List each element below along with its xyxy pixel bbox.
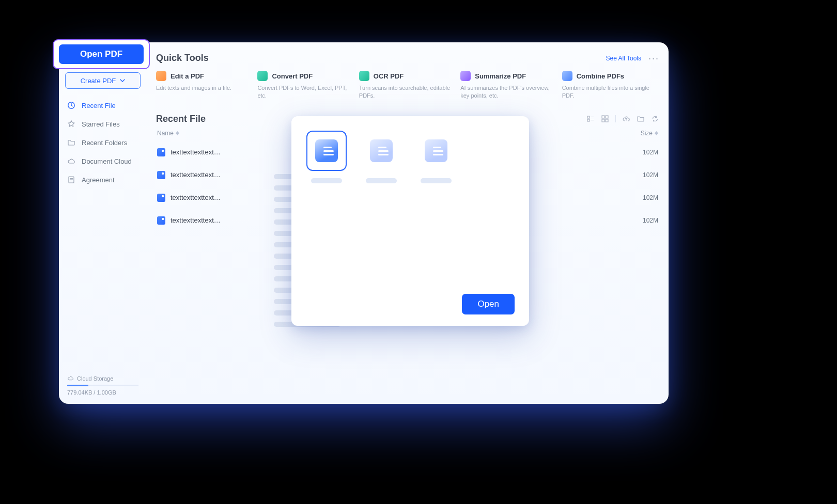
svg-rect-6 — [602, 119, 605, 122]
svg-rect-4 — [602, 116, 605, 118]
cloud-upload-icon[interactable] — [622, 115, 630, 123]
thumbnail-label-placeholder — [311, 178, 342, 183]
tool-convert-pdf[interactable]: Convert PDF Convert PDFs to Word, Excel,… — [257, 71, 354, 100]
dialog-thumbnails — [306, 131, 515, 183]
see-all-tools-link[interactable]: See All Tools — [606, 55, 641, 62]
col-header-name[interactable]: Name — [157, 130, 179, 137]
chevron-down-icon — [120, 79, 125, 82]
quick-tools-title: Quick Tools — [156, 53, 209, 64]
sidebar: Create PDF Recent File Starred Files Rec… — [59, 42, 147, 404]
pdf-file-icon — [157, 171, 165, 179]
agreement-icon — [67, 176, 75, 184]
convert-pdf-icon — [257, 71, 268, 81]
tool-name: Summarize PDF — [475, 72, 526, 80]
sidebar-item-label: Agreement — [82, 176, 115, 184]
list-view-icon[interactable] — [586, 115, 595, 123]
app-window: Create PDF Recent File Starred Files Rec… — [59, 42, 669, 404]
sidebar-item-label: Recent Folders — [82, 139, 127, 147]
tool-desc: Combine multiple files into a single PDF… — [562, 84, 659, 100]
create-pdf-label: Create PDF — [81, 77, 116, 85]
edit-pdf-icon — [156, 71, 166, 81]
file-size: 102M — [643, 194, 658, 201]
open-pdf-button[interactable]: Open PDF — [59, 44, 144, 64]
thumbnail-label-placeholder — [421, 178, 452, 183]
folder-icon — [67, 138, 75, 147]
refresh-icon[interactable] — [651, 115, 659, 123]
open-file-dialog: Open — [291, 116, 529, 326]
tool-desc: Convert PDFs to Word, Excel, PPT, etc. — [257, 84, 354, 100]
document-icon — [315, 139, 338, 162]
file-thumbnail[interactable] — [361, 131, 402, 183]
sidebar-item-recent-file[interactable]: Recent File — [62, 96, 144, 115]
tool-name: Combine PDFs — [577, 72, 624, 80]
recent-file-title: Recent File — [156, 114, 206, 124]
tool-ocr-pdf[interactable]: OCR PDF Turn scans into searchable, edit… — [359, 71, 456, 100]
create-pdf-button[interactable]: Create PDF — [65, 72, 141, 89]
view-icons — [586, 115, 659, 123]
pdf-file-icon — [157, 194, 165, 202]
storage-usage-text: 779.04KB / 1.00GB — [67, 389, 138, 396]
clock-icon — [67, 101, 75, 109]
col-header-size[interactable]: Size — [641, 130, 658, 137]
quick-tools-row: Edit a PDF Edit texts and images in a fi… — [156, 71, 659, 100]
combine-pdfs-icon — [562, 71, 572, 81]
tool-name: Edit a PDF — [171, 72, 204, 80]
thumbnail-label-placeholder — [366, 178, 397, 183]
tool-desc: Edit texts and images in a file. — [156, 84, 253, 92]
tool-desc: Turn scans into searchable, editable PDF… — [359, 84, 456, 100]
quick-tools-header: Quick Tools See All Tools ··· — [156, 53, 659, 64]
more-dots-icon[interactable]: ··· — [648, 54, 659, 63]
tool-name: Convert PDF — [272, 72, 313, 80]
tool-combine-pdfs[interactable]: Combine PDFs Combine multiple files into… — [562, 71, 659, 100]
sidebar-item-starred[interactable]: Starred Files — [62, 115, 144, 133]
storage-bar — [67, 385, 138, 386]
cloud-icon — [67, 157, 75, 165]
pdf-file-icon — [157, 216, 165, 225]
sidebar-footer: Cloud Storage 779.04KB / 1.00GB — [62, 375, 144, 404]
open-pdf-callout: Open PDF — [53, 39, 150, 69]
sidebar-item-document-cloud[interactable]: Document Cloud — [62, 152, 144, 170]
sort-arrows-icon — [655, 131, 658, 135]
separator — [615, 115, 616, 122]
sidebar-item-label: Recent File — [82, 102, 116, 109]
folder-open-icon[interactable] — [637, 115, 645, 123]
document-icon — [370, 139, 393, 162]
tool-name: OCR PDF — [374, 72, 404, 80]
svg-rect-5 — [606, 116, 608, 118]
file-name: texttexttexttexttext — [171, 194, 222, 201]
svg-rect-7 — [606, 119, 608, 122]
tool-summarize-pdf[interactable]: Summarize PDF AI summarizes the PDF's ov… — [460, 71, 557, 100]
grid-view-icon[interactable] — [601, 115, 609, 123]
pdf-file-icon — [157, 148, 165, 156]
ocr-pdf-icon — [359, 71, 369, 81]
file-thumbnail[interactable] — [306, 131, 347, 183]
sidebar-item-recent-folders[interactable]: Recent Folders — [62, 133, 144, 152]
document-icon — [425, 139, 447, 162]
cloud-icon — [67, 375, 74, 382]
svg-rect-2 — [587, 116, 590, 118]
cloud-storage-label: Cloud Storage — [77, 375, 113, 382]
file-name: texttexttexttexttext — [171, 216, 222, 224]
file-name: texttexttexttexttext — [171, 171, 222, 179]
tool-desc: AI summarizes the PDF's overview, key po… — [460, 84, 557, 100]
file-size: 102M — [643, 149, 658, 156]
open-button[interactable]: Open — [462, 294, 515, 314]
sidebar-item-agreement[interactable]: Agreement — [62, 170, 144, 189]
file-size: 102M — [643, 171, 658, 179]
summarize-pdf-icon — [460, 71, 471, 81]
tool-edit-pdf[interactable]: Edit a PDF Edit texts and images in a fi… — [156, 71, 253, 100]
file-thumbnail[interactable] — [415, 131, 457, 183]
sidebar-item-label: Starred Files — [82, 120, 120, 128]
star-icon — [67, 120, 75, 128]
svg-rect-3 — [587, 119, 590, 121]
sort-arrows-icon — [176, 131, 179, 135]
file-name: texttexttexttexttext — [171, 148, 222, 156]
file-size: 102M — [643, 217, 658, 224]
sidebar-item-label: Document Cloud — [82, 158, 132, 165]
